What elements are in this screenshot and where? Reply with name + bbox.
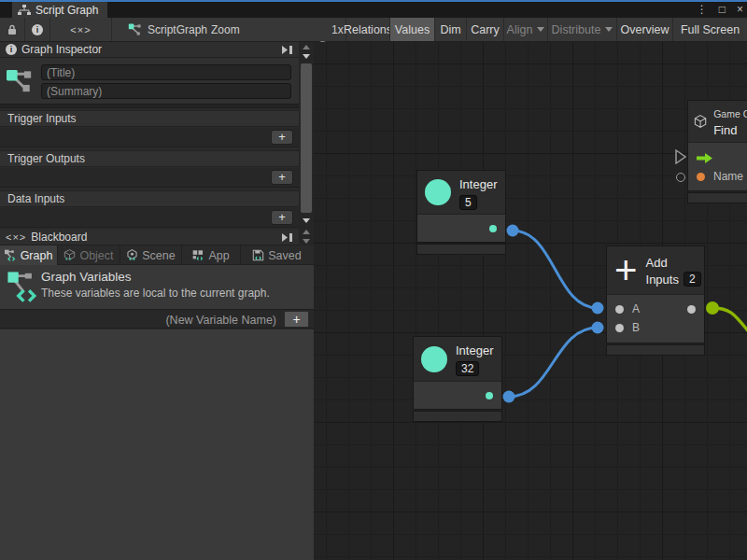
input-port-a[interactable]: [615, 305, 624, 314]
wire-endpoint: [706, 301, 719, 315]
graph-variables-description: These variables are local to the current…: [41, 287, 270, 300]
full-screen-label: Full Screen: [681, 23, 740, 36]
graph-meta-fields: (Title) (Summary): [0, 58, 314, 104]
window-maximize-icon[interactable]: □: [719, 2, 726, 18]
new-variable-input[interactable]: (New Variable Name): [165, 310, 276, 329]
trigger-port-marker-icon[interactable]: [674, 149, 687, 164]
title-input[interactable]: (Title): [41, 64, 291, 80]
scrollbar-thumb[interactable]: [301, 63, 312, 213]
name-port-label: Name: [713, 170, 743, 183]
graph-canvas[interactable]: Integer 5 Integer 32: [314, 42, 747, 560]
node-title: Add: [646, 256, 668, 270]
inspect-button[interactable]: i: [25, 18, 50, 41]
dock-panel-icon[interactable]: [281, 45, 293, 55]
integer-output-port[interactable]: [489, 225, 497, 232]
trigger-inputs-row: +: [0, 128, 299, 147]
graph-variables-info: Graph Variables These variables are loca…: [0, 265, 314, 309]
tab-object-variables[interactable]: Object: [58, 245, 120, 265]
trigger-input-row: [688, 148, 747, 167]
value-port-marker-icon[interactable]: [676, 173, 685, 182]
wire-integer32-to-add-b[interactable]: [509, 328, 598, 397]
dim-button[interactable]: Dim: [434, 18, 466, 41]
tab-graph-variables[interactable]: Graph: [0, 245, 58, 265]
node-title: Find: [713, 123, 737, 137]
blackboard-header: <×> Blackboard: [0, 230, 314, 245]
integer-node-5[interactable]: Integer 5: [417, 171, 505, 254]
name-input-port[interactable]: [697, 173, 705, 181]
add-output-port[interactable]: [687, 305, 696, 314]
full-screen-button[interactable]: Full Screen: [672, 18, 747, 41]
wire-endpoint: [503, 391, 515, 403]
trigger-outputs-row: +: [0, 168, 299, 188]
info-icon: i: [32, 24, 43, 35]
node-title: Integer: [459, 177, 497, 191]
tab-label: Script Graph: [35, 4, 98, 17]
node-footer: [417, 245, 505, 254]
gameobject-find-node[interactable]: Game Object Find Name: [688, 101, 747, 203]
dock-panel-icon[interactable]: [281, 232, 293, 243]
divider: [0, 104, 314, 108]
carry-button[interactable]: Carry: [466, 18, 503, 41]
values-button[interactable]: Values: [389, 18, 434, 41]
node-footer: [688, 193, 747, 203]
name-port-row: Name: [688, 167, 747, 186]
integer-node-32[interactable]: Integer 32: [414, 337, 501, 421]
integer-value-input[interactable]: 32: [456, 361, 479, 376]
distribute-dropdown[interactable]: Distribute: [547, 18, 616, 41]
blackboard-scroll-down-button[interactable]: [299, 236, 314, 245]
add-data-input-button[interactable]: +: [271, 210, 293, 225]
window-close-icon[interactable]: ×: [737, 2, 743, 18]
zoom-label: Zoom: [211, 18, 240, 41]
relations-button[interactable]: Relations: [345, 18, 389, 41]
add-trigger-output-button[interactable]: +: [271, 170, 293, 185]
graph-inspector-title: Graph Inspector: [21, 43, 102, 56]
tab-saved-variables[interactable]: Saved: [241, 245, 313, 265]
input-port-b[interactable]: [615, 324, 624, 332]
inputs-count-input[interactable]: 2: [684, 272, 701, 287]
lock-button[interactable]: [0, 18, 25, 41]
relations-label: Relations: [344, 23, 392, 36]
dim-label: Dim: [440, 23, 460, 36]
summary-input[interactable]: (Summary): [41, 83, 291, 99]
window-tab-bar: Script Graph ⋮ □ ×: [0, 2, 747, 18]
blackboard-title: Blackboard: [31, 231, 87, 244]
lock-icon: [7, 24, 18, 35]
overview-button[interactable]: Overview: [616, 18, 672, 41]
sitemap-icon: [18, 5, 31, 16]
add-variable-button[interactable]: +: [284, 311, 309, 328]
add-node[interactable]: + Add Inputs 2 A: [607, 246, 704, 355]
chevron-down-icon: [605, 27, 613, 32]
summary-placeholder: (Summary): [47, 85, 102, 98]
scroll-down-button[interactable]: [299, 51, 314, 61]
node-footer: [607, 345, 704, 355]
integer-output-port[interactable]: [486, 392, 493, 399]
blackboard-scroll-up-button[interactable]: [299, 227, 314, 236]
new-variable-placeholder: (New Variable Name): [165, 314, 276, 327]
align-dropdown[interactable]: Align: [503, 18, 547, 41]
port-b-label: B: [632, 321, 640, 334]
values-label: Values: [395, 23, 430, 36]
trigger-arrow-icon[interactable]: [697, 153, 712, 163]
trigger-inputs-header: Trigger Inputs: [0, 110, 299, 127]
add-trigger-input-button[interactable]: +: [271, 130, 293, 145]
node-title: Integer: [456, 343, 493, 357]
scroll-up-button[interactable]: [299, 42, 314, 51]
window-menu-icon[interactable]: ⋮: [697, 2, 708, 18]
tab-saved-label: Saved: [268, 249, 301, 262]
graph-node-icon: [7, 67, 36, 97]
data-inputs-header: Data Inputs: [0, 190, 299, 207]
node-footer: [414, 412, 501, 421]
wire-endpoint: [507, 225, 519, 237]
scroll-down-button[interactable]: [299, 216, 314, 225]
code-view-button[interactable]: <×>: [50, 18, 112, 41]
integer-value-input[interactable]: 5: [459, 195, 477, 210]
wire-endpoint: [592, 322, 604, 334]
integer-type-icon: [421, 346, 447, 372]
graph-variables-title: Graph Variables: [41, 270, 132, 284]
wire-integer5-to-add-a[interactable]: [513, 231, 598, 308]
tab-script-graph[interactable]: Script Graph: [12, 2, 107, 18]
tab-app-variables[interactable]: App: [182, 245, 241, 265]
tab-scene-variables[interactable]: Scene: [120, 245, 182, 265]
carry-label: Carry: [471, 23, 500, 36]
trigger-outputs-header: Trigger Outputs: [0, 150, 299, 167]
